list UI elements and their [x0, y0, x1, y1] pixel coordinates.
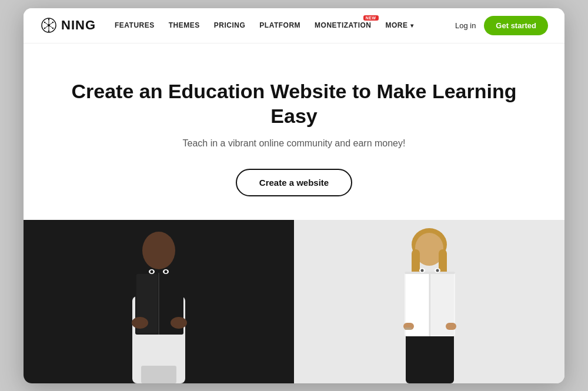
hero-subtitle: Teach in a vibrant online community and … — [47, 138, 541, 149]
svg-rect-43 — [405, 327, 412, 330]
svg-line-10 — [45, 25, 49, 28]
hero-section: Create an Education Website to Make Lear… — [24, 44, 564, 220]
logo-area[interactable]: NING — [40, 16, 96, 34]
svg-point-27 — [151, 270, 153, 273]
nav-links: FEATURES THEMES PRICING PLATFORM MONETIZ… — [115, 21, 455, 29]
nav-monetization[interactable]: MONETIZATION NEW — [315, 21, 371, 29]
svg-rect-40 — [405, 272, 455, 274]
svg-rect-42 — [446, 323, 456, 330]
nav-features[interactable]: FEATURES — [115, 21, 155, 29]
man-figure — [100, 220, 218, 383]
nav-more[interactable]: MORE ▾ — [386, 21, 414, 29]
svg-point-14 — [142, 232, 175, 269]
dark-image-panel — [24, 220, 294, 383]
dark-panel-content — [24, 220, 294, 383]
svg-point-47 — [436, 269, 439, 272]
images-row — [24, 220, 564, 383]
navbar: NING FEATURES THEMES PRICING PLATFORM MO… — [24, 8, 564, 44]
light-image-panel — [294, 220, 564, 383]
svg-line-11 — [49, 25, 53, 28]
light-panel-content — [294, 220, 564, 383]
nav-right: Log in Get started — [455, 16, 548, 35]
create-website-button[interactable]: Create a website — [236, 169, 352, 196]
woman-figure — [370, 220, 488, 383]
new-badge: NEW — [363, 15, 379, 21]
browser-window: NING FEATURES THEMES PRICING PLATFORM MO… — [24, 8, 564, 383]
nav-pricing[interactable]: PRICING — [214, 21, 246, 29]
nav-platform[interactable]: PLATFORM — [259, 21, 300, 29]
svg-line-8 — [45, 22, 49, 25]
svg-point-28 — [165, 270, 168, 273]
svg-rect-24 — [173, 319, 185, 327]
logo-text: NING — [61, 18, 96, 33]
chevron-down-icon: ▾ — [410, 22, 414, 29]
svg-rect-29 — [141, 366, 176, 383]
svg-point-46 — [421, 269, 424, 272]
login-button[interactable]: Log in — [455, 21, 476, 30]
svg-rect-22 — [134, 319, 146, 327]
get-started-button[interactable]: Get started — [484, 16, 548, 35]
svg-line-9 — [49, 22, 53, 25]
nav-themes[interactable]: THEMES — [169, 21, 200, 29]
ning-logo-icon — [40, 16, 58, 34]
hero-title: Create an Education Website to Make Lear… — [47, 79, 541, 129]
